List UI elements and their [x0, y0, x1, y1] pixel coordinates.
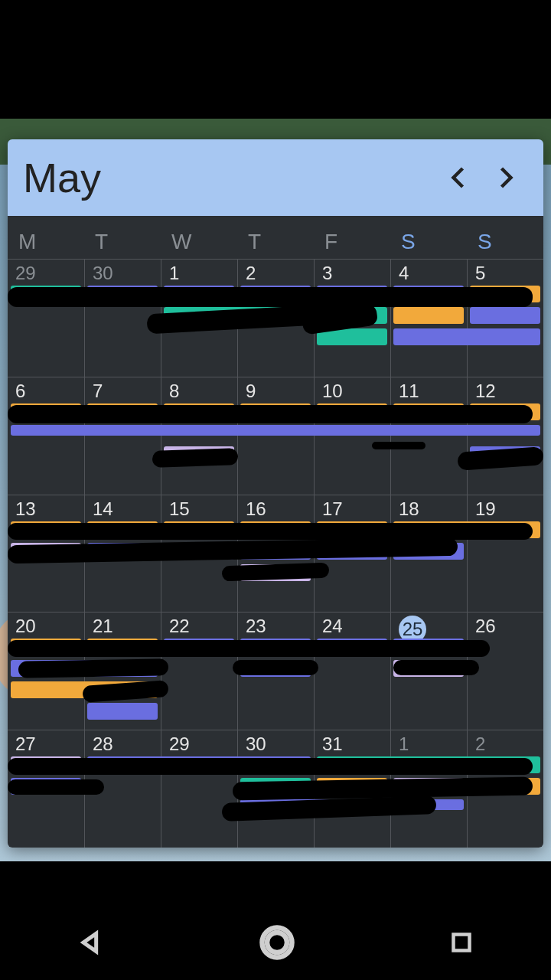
redaction-mark — [8, 640, 490, 657]
circle-home-icon — [257, 923, 297, 962]
day-cell[interactable]: 11 — [390, 377, 467, 495]
redaction-mark — [8, 523, 533, 540]
day-cell[interactable]: 22 — [161, 612, 237, 730]
redaction-mark — [18, 659, 168, 678]
next-month-button[interactable] — [482, 155, 528, 201]
back-button[interactable] — [76, 927, 106, 961]
svg-point-2 — [267, 933, 287, 952]
redaction-mark — [393, 660, 479, 675]
android-nav-bar — [0, 907, 551, 980]
day-cell[interactable]: 26 — [467, 612, 543, 730]
redaction-mark — [8, 287, 533, 307]
day-cell[interactable]: 9 — [237, 377, 314, 495]
weekday-label: F — [314, 230, 390, 254]
calendar-grid: MTWTFSS 29301234567891011121314151617181… — [8, 216, 543, 848]
calendar-header: May — [8, 139, 543, 216]
day-cell[interactable]: 7 — [84, 377, 161, 495]
day-cell[interactable]: 12 — [467, 377, 543, 495]
recents-button[interactable] — [448, 929, 475, 959]
day-cell[interactable]: 29 — [161, 730, 237, 848]
week-row: 13141516171819 — [8, 495, 543, 612]
redaction-mark — [372, 442, 425, 449]
day-cell[interactable]: 6 — [8, 377, 84, 495]
chevron-left-icon — [445, 164, 473, 191]
home-button[interactable] — [257, 923, 297, 965]
week-row: 6789101112 — [8, 377, 543, 495]
chevron-right-icon — [491, 164, 519, 191]
event-bar[interactable] — [11, 425, 540, 436]
event-bar[interactable] — [470, 307, 540, 324]
week-row: 272829303112 — [8, 730, 543, 848]
svg-rect-3 — [454, 934, 470, 950]
redaction-mark — [233, 660, 318, 675]
calendar-weeks: 2930123456789101112131415161718192021222… — [8, 259, 543, 848]
event-bar[interactable] — [87, 703, 158, 720]
redaction-mark — [8, 779, 104, 795]
square-recents-icon — [448, 929, 475, 956]
day-cell[interactable]: 10 — [314, 377, 390, 495]
redaction-mark — [8, 405, 533, 423]
event-bar[interactable] — [393, 328, 540, 345]
weekday-label: T — [237, 230, 314, 254]
calendar-widget: May MTWTFSS 2930123456789101112131415161… — [8, 139, 543, 848]
weekday-header-row: MTWTFSS — [8, 216, 543, 259]
triangle-back-icon — [76, 927, 106, 958]
day-cell[interactable]: 29 — [8, 260, 84, 377]
week-row: 293012345 — [8, 259, 543, 377]
week-row: 20212223242526 — [8, 612, 543, 730]
weekday-label: M — [8, 230, 84, 254]
weekday-label: S — [390, 230, 467, 254]
event-bar[interactable] — [393, 307, 464, 324]
redaction-mark — [8, 758, 533, 775]
day-cell[interactable]: 19 — [467, 495, 543, 612]
day-cell[interactable]: 24 — [314, 612, 390, 730]
month-title[interactable]: May — [23, 154, 436, 201]
svg-marker-0 — [83, 933, 96, 951]
weekday-label: W — [161, 230, 237, 254]
weekday-label: S — [467, 230, 543, 254]
redaction-mark — [152, 448, 239, 468]
weekday-label: T — [84, 230, 161, 254]
prev-month-button[interactable] — [436, 155, 482, 201]
day-cell[interactable]: 8 — [161, 377, 237, 495]
